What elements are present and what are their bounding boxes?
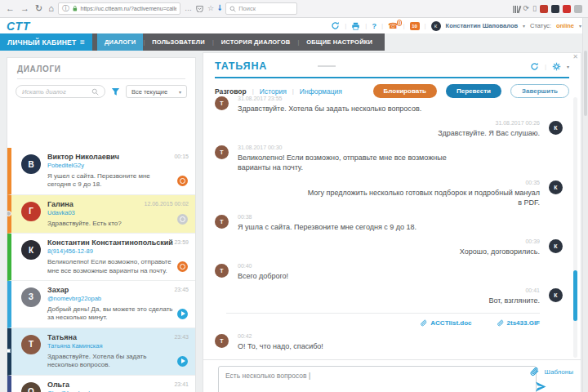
forward-button[interactable]: → — [20, 4, 29, 13]
message-timestamp: 00:35 — [303, 180, 540, 185]
dialog-time: 23:43 — [174, 334, 189, 340]
dialog-handle-link[interactable]: Udavka03 — [47, 209, 174, 216]
chat-message: Т К 31.08.2017 00:30 Великолепно! Если в… — [215, 145, 563, 172]
attachment-link[interactable]: ACCTlist.doc — [420, 319, 471, 327]
menu-item[interactable]: ИСТОРИЯ ДИАЛОГОВ — [214, 33, 298, 51]
dialog-list-item[interactable]: З Захар @nomevbrg22opab Добрый день! Да,… — [7, 281, 195, 328]
pocket-icon[interactable] — [196, 5, 203, 12]
browser-search[interactable]: Поиск — [225, 2, 297, 15]
menu-item[interactable]: ПОЛЬЗОВАТЕЛИ — [145, 33, 212, 51]
dialog-list-item[interactable]: Т Татьяна Татьяна Каминская Здравствуйте… — [7, 328, 195, 376]
attachment-link[interactable]: 2ts433.GIF — [497, 319, 540, 327]
status-caret-icon[interactable]: ▾ — [579, 23, 581, 29]
typing-indicator-dash — [318, 65, 336, 67]
download-icon[interactable]: ⭣ — [218, 5, 221, 12]
status-value[interactable]: online — [556, 22, 574, 29]
back-button[interactable]: ← — [6, 4, 15, 13]
bookmark-star-icon[interactable]: ☆ — [207, 5, 214, 12]
dialog-handle-link[interactable]: 8(914)456-12-89 — [47, 247, 174, 255]
extension-icon-red2[interactable] — [563, 5, 571, 13]
dialog-time: 23:41 — [174, 381, 189, 387]
message-timestamp: 31.08.2017 00:26 — [303, 120, 540, 126]
menu-icon[interactable] — [574, 5, 582, 13]
user-avatar: К — [431, 21, 441, 31]
refresh-chat-icon[interactable] — [530, 62, 539, 71]
channel-icon — [177, 176, 188, 186]
filter-icon[interactable] — [111, 87, 120, 96]
chats-counter-icon[interactable]: 10 — [410, 22, 420, 30]
nav-row: ЛИЧНЫЙ КАБИНЕТ ≡ ДИАЛОГИ|ПОЛЬЗОВАТЕЛИ|ИС… — [0, 33, 588, 51]
lock-icon — [72, 5, 78, 12]
url-bar[interactable]: ⓘ https://uc.ctteam.ru/?activemenu=calle… — [58, 2, 180, 15]
calls-badge: 0 — [397, 20, 403, 26]
chat-scrollbar[interactable] — [573, 97, 577, 358]
attachment-name: ACCTlist.doc — [430, 319, 471, 327]
menu-item-label: ДИАЛОГИ — [105, 38, 136, 46]
tab-history[interactable]: История — [260, 87, 287, 96]
search-icon — [229, 6, 236, 12]
library-icon[interactable] — [513, 5, 520, 13]
message-text: Могу предложить несколько готовых подбор… — [303, 188, 540, 207]
send-icon[interactable] — [535, 381, 546, 392]
dialog-filter-select[interactable]: Все текущие ▾ — [126, 85, 187, 98]
print-icon[interactable] — [351, 22, 360, 30]
user-name[interactable]: Константин Шаповалов — [446, 22, 519, 29]
window-scrollbar-thumb[interactable] — [584, 51, 587, 116]
extension-icon-dark[interactable] — [551, 5, 559, 13]
chat-panel: ✕ ТАТЬЯНА | ▾ Разговор | История | Инфор… — [203, 52, 581, 392]
operator-avatar: К — [549, 239, 563, 253]
message-input[interactable]: Есть несколько вопросов | — [218, 366, 537, 392]
dialog-handle-link[interactable]: Татьяна Каминская — [47, 342, 174, 350]
paperclip-icon — [420, 319, 427, 327]
site-info-icon[interactable]: ⓘ — [62, 5, 69, 12]
menu-item[interactable]: ДИАЛОГИ — [97, 33, 143, 51]
window-scrollbar[interactable] — [582, 18, 588, 392]
refresh-icon[interactable] — [331, 21, 340, 30]
customer-avatar: Т — [215, 145, 229, 159]
dialog-filter-value: Все текущие — [131, 88, 167, 96]
message-text: Вот, взгляните. — [303, 296, 540, 305]
dialog-list-item[interactable]: В Виктор Николаевич PobeditelG2y Я ушел … — [7, 148, 195, 195]
templates-link[interactable]: Шаблоны — [545, 368, 573, 376]
calls-icon[interactable]: ☎0 — [388, 22, 398, 30]
dialog-time: 00:15 — [174, 154, 189, 159]
attachment-name: 2ts433.GIF — [507, 319, 540, 327]
message-list: Т К 31.08.2017 23:55 Здравствуйте. Хотел… — [215, 96, 563, 352]
dialog-search-input[interactable]: Искать диалог — [16, 85, 105, 98]
dialogs-panel-title: ДИАЛОГИ — [17, 65, 185, 79]
dialog-name: Ольга — [47, 381, 174, 389]
tab-conversation[interactable]: Разговор — [215, 87, 247, 96]
message-timestamp: 00:38 — [238, 214, 450, 220]
gear-caret-icon[interactable]: ▾ — [567, 64, 569, 69]
message-text: Здравствуйте. Я Вас слушаю. — [303, 128, 540, 138]
attachment-row: ACCTlist.doc 2ts433.GIF — [226, 313, 540, 327]
personal-cabinet-button[interactable]: ЛИЧНЫЙ КАБИНЕТ ≡ — [0, 33, 92, 51]
home-button[interactable]: ⌂ — [48, 4, 54, 13]
menu-item[interactable]: ОБЩИЕ НАСТРОЙКИ — [299, 33, 380, 51]
attach-icon[interactable] — [529, 367, 539, 376]
burger-menu-icon[interactable]: ≡ — [80, 38, 85, 47]
dialog-handle-link[interactable]: @nomevbrg22opab — [47, 295, 174, 302]
extension-icon-red[interactable] — [540, 5, 548, 13]
dialog-list-item[interactable]: К Константин Константинопольский 8(914)4… — [7, 234, 195, 281]
chat-scrollbar-thumb[interactable] — [573, 270, 577, 321]
close-icon[interactable]: ✕ — [572, 53, 578, 60]
dialog-list-item[interactable]: Г Галина Udavka03 Здравствуйте. Есть кто… — [7, 195, 195, 234]
composer: Есть несколько вопросов | Шаблоны — [203, 359, 581, 392]
chat-message: Т К 00:35 Могу предложить несколько гото… — [215, 180, 563, 207]
dialog-handle-link[interactable]: PobeditelG2y — [47, 162, 174, 169]
help-icon[interactable]: ? — [372, 22, 376, 30]
message-timestamp: 31.08.2017 00:30 — [238, 145, 450, 150]
gear-icon[interactable] — [552, 62, 561, 71]
search-icon — [91, 88, 99, 96]
page-actions-icon[interactable]: … — [185, 5, 192, 12]
sync-tabs-icon[interactable]: ⟳ — [523, 5, 530, 12]
sidebar-toggle-icon[interactable]: ▯ — [532, 5, 537, 12]
dialog-list-item[interactable]: О Ольга Olga@facebookgr Есть пара идей, … — [7, 376, 195, 392]
user-menu-caret-icon[interactable]: ▾ — [523, 23, 525, 29]
dialog-preview: Здравствуйте. Хотела бы задать несколько… — [47, 353, 174, 370]
message-area: Т К 31.08.2017 23:55 Здравствуйте. Хотел… — [215, 96, 563, 361]
reload-button[interactable]: ↻ — [35, 4, 42, 13]
dialog-handle-link[interactable]: Olga@facebookgr — [47, 390, 174, 392]
tab-information[interactable]: Информация — [300, 87, 342, 96]
